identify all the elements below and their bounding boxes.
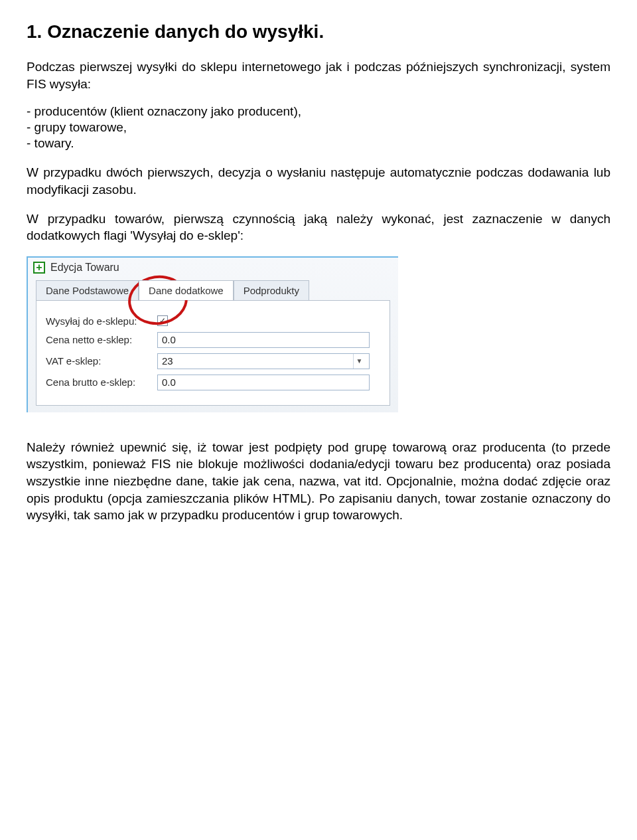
row-cena-brutto: Cena brutto e-sklep: 0.0 [46, 375, 380, 390]
combo-vat[interactable]: 23 ▼ [157, 353, 370, 369]
paragraph-1: Podczas pierwszej wysyłki do sklepu inte… [27, 58, 610, 92]
window-titlebar: + Edycja Towaru [28, 258, 398, 280]
tab-dane-podstawowe[interactable]: Dane Podstawowe [36, 280, 139, 300]
row-cena-netto: Cena netto e-sklep: 0.0 [46, 332, 380, 348]
paragraph-2: W przypadku dwóch pierwszych, decyzja o … [27, 164, 610, 198]
tab-strip: Dane Podstawowe Dane dodatkowe Podproduk… [36, 280, 398, 300]
label-vat: VAT e-sklep: [46, 355, 152, 367]
checkbox-wysylaj[interactable]: ✓ [157, 315, 168, 326]
section-heading: 1. Oznaczenie danych do wysyłki. [27, 21, 610, 42]
list-item: - towary. [27, 136, 610, 151]
row-wysylaj: Wysyłaj do e-sklepu: ✓ [46, 315, 380, 327]
label-wysylaj: Wysyłaj do e-sklepu: [46, 315, 152, 327]
label-cena-brutto: Cena brutto e-sklep: [46, 377, 152, 388]
paragraph-3: W przypadku towarów, pierwszą czynnością… [27, 210, 610, 244]
tab-label: Dane dodatkowe [149, 285, 224, 296]
paragraph-4: Należy również upewnić się, iż towar jes… [27, 439, 610, 524]
list-item: - producentów (klient oznaczony jako pro… [27, 104, 610, 119]
tab-panel: Wysyłaj do e-sklepu: ✓ Cena netto e-skle… [36, 300, 390, 406]
window-title: Edycja Towaru [50, 262, 119, 274]
app-window: + Edycja Towaru Dane Podstawowe Dane dod… [27, 256, 398, 412]
combo-value: 23 [162, 355, 173, 367]
bullet-list: - producentów (klient oznaczony jako pro… [27, 104, 610, 151]
row-vat: VAT e-sklep: 23 ▼ [46, 353, 380, 369]
chevron-down-icon: ▼ [353, 354, 365, 369]
input-cena-netto[interactable]: 0.0 [157, 332, 370, 348]
input-cena-brutto[interactable]: 0.0 [157, 375, 370, 390]
tab-podprodukty[interactable]: Podprodukty [234, 280, 309, 300]
plus-icon: + [33, 262, 45, 274]
list-item: - grupy towarowe, [27, 120, 610, 135]
label-cena-netto: Cena netto e-sklep: [46, 334, 152, 345]
tab-dane-dodatkowe[interactable]: Dane dodatkowe [139, 280, 234, 300]
